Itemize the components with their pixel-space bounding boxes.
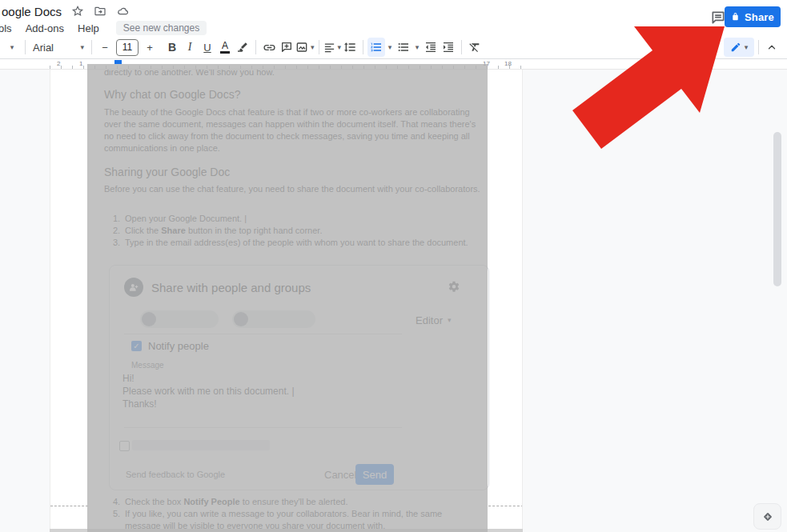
- font-family-select[interactable]: Arial ▾: [30, 38, 87, 57]
- chevron-down-icon: ▾: [745, 44, 749, 51]
- add-comment-button[interactable]: [278, 38, 295, 57]
- font-size-decrease-button[interactable]: −: [96, 38, 114, 57]
- toolbar-divider: [758, 40, 759, 54]
- ruler-label: 18: [504, 60, 512, 67]
- format-toolbar: ▾ Arial ▾ − 11 + B I U A ▾ ▾ ▾ ▾: [0, 36, 787, 59]
- page-break-dash: [50, 506, 88, 506]
- numbered-list-icon: [370, 41, 383, 54]
- chevron-down-icon: ▾: [80, 44, 84, 51]
- app-bar: oogle Docs ols Add-ons Help See new chan…: [0, 0, 787, 37]
- text-color-bar: [220, 51, 230, 54]
- ruler-label: 1: [79, 60, 82, 67]
- align-left-icon: [323, 42, 335, 54]
- chevron-down-icon: ▾: [10, 44, 14, 51]
- font-size-input[interactable]: 11: [116, 39, 139, 56]
- toolbar-divider: [255, 40, 256, 54]
- chevron-up-icon: [766, 42, 777, 53]
- editing-mode-button[interactable]: ▾: [724, 38, 754, 57]
- text-color-letter: A: [222, 41, 228, 50]
- highlight-color-button[interactable]: [234, 38, 251, 57]
- decrease-indent-button[interactable]: [422, 38, 440, 57]
- highlighter-icon: [236, 41, 249, 54]
- ruler-label: 2: [57, 60, 60, 67]
- star-icon[interactable]: [71, 5, 84, 18]
- bold-button[interactable]: B: [163, 38, 181, 57]
- move-folder-icon[interactable]: [94, 5, 106, 18]
- clear-formatting-icon: [468, 41, 481, 54]
- italic-button[interactable]: I: [181, 38, 199, 57]
- font-family-value: Arial: [33, 42, 54, 54]
- add-comment-icon: [280, 41, 293, 54]
- cloud-status-icon[interactable]: [116, 5, 130, 18]
- comment-history-icon: [710, 10, 726, 26]
- outdent-icon: [424, 41, 437, 54]
- toolbar-divider: [319, 40, 319, 54]
- title-row: oogle Docs: [0, 2, 130, 21]
- page-break-dash: [488, 506, 523, 506]
- hide-menus-button[interactable]: [763, 38, 781, 57]
- chevron-down-icon: ▾: [311, 44, 315, 51]
- share-button[interactable]: Share: [725, 6, 781, 27]
- explore-icon: [761, 510, 775, 524]
- bulleted-list-button[interactable]: [395, 38, 412, 57]
- numbered-list-dropdown[interactable]: ▾: [385, 38, 395, 57]
- link-icon: [263, 41, 276, 54]
- font-size-increase-button[interactable]: +: [141, 38, 159, 57]
- toolbar-divider: [25, 40, 26, 54]
- underline-button[interactable]: U: [199, 38, 216, 57]
- explore-button[interactable]: [753, 503, 781, 530]
- numbered-list-button[interactable]: [367, 38, 385, 57]
- see-new-changes-button[interactable]: See new changes: [116, 21, 207, 35]
- menu-item-addons[interactable]: Add-ons: [26, 22, 64, 34]
- increase-indent-button[interactable]: [440, 38, 457, 57]
- image-icon: [295, 41, 308, 54]
- menu-item-help[interactable]: Help: [78, 22, 99, 34]
- bulleted-list-icon: [397, 41, 410, 54]
- indent-icon: [442, 41, 455, 54]
- google-docs-window: { "header": { "doc_title": "oogle Docs",…: [0, 0, 787, 532]
- menu-item-tools[interactable]: ols: [0, 22, 12, 34]
- menu-bar: ols Add-ons Help See new changes: [0, 20, 207, 36]
- toolbar-divider: [91, 40, 92, 54]
- lock-icon: [731, 12, 740, 22]
- insert-link-button[interactable]: [260, 38, 278, 57]
- toolbar-divider: [363, 40, 363, 54]
- insert-image-button[interactable]: ▾: [295, 38, 315, 57]
- chevron-down-icon: ▾: [388, 44, 392, 51]
- chevron-down-icon: ▾: [416, 44, 420, 51]
- document-title[interactable]: oogle Docs: [2, 5, 62, 18]
- clear-formatting-button[interactable]: [466, 38, 484, 57]
- pencil-icon: [730, 42, 741, 53]
- text-color-button[interactable]: A: [216, 38, 234, 57]
- vertical-scrollbar-thumb[interactable]: [773, 132, 781, 286]
- line-spacing-icon: [343, 41, 356, 54]
- align-button[interactable]: ▾: [323, 38, 342, 57]
- toolbar-divider: [461, 40, 462, 54]
- styles-dropdown[interactable]: ▾: [3, 38, 21, 57]
- bulleted-list-dropdown[interactable]: ▾: [412, 38, 422, 57]
- dimmed-region-overlay: [87, 64, 488, 532]
- share-button-label: Share: [745, 11, 774, 23]
- line-spacing-button[interactable]: [341, 38, 359, 57]
